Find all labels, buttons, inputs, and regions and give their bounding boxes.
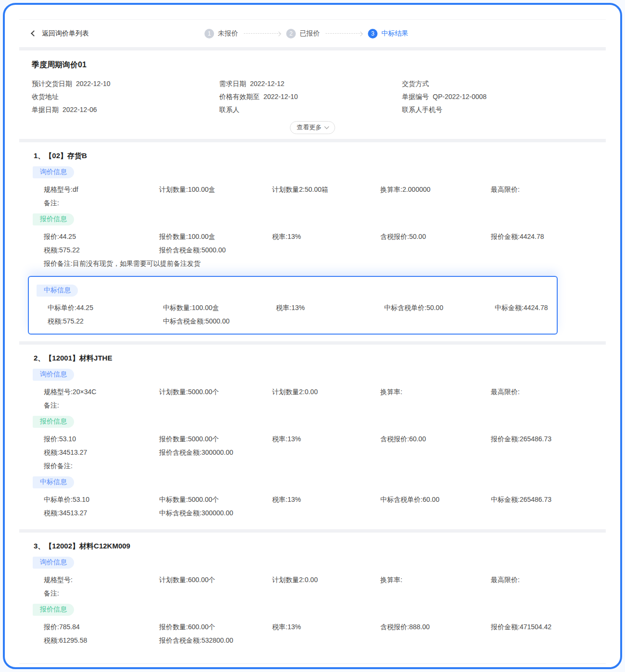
- field: 税额:575.22: [44, 243, 159, 257]
- item-title: 3、【12002】材料C12KM009: [32, 542, 593, 551]
- field: 含税报价:888.00: [380, 620, 491, 634]
- page-footer: 4种6500件 取消报价: [19, 663, 606, 669]
- view-more-button[interactable]: 查看更多: [290, 121, 335, 134]
- back-link[interactable]: 返回询价单列表: [32, 29, 89, 38]
- info-field: 单据编号QP-2022-12-0008: [402, 90, 593, 103]
- field: 中标含税单价:60.00: [380, 493, 491, 506]
- field: 最高限价:: [491, 573, 593, 586]
- field: 税额:575.22: [48, 314, 163, 328]
- section-award: 中标信息中标单价:53.10中标数量:5000.00个税率:13%中标含税单价:…: [32, 476, 593, 520]
- step-3-circle: 3: [368, 29, 377, 38]
- field: 中标单价:53.10: [44, 493, 159, 506]
- item-section: 1、【02】存货B询价信息规格型号:df计划数量:100.00盒计划数量2:50…: [19, 142, 606, 341]
- field: 换算率:2.000000: [380, 183, 491, 196]
- field: 报价金额:4424.78: [491, 230, 593, 243]
- chevron-down-icon: [325, 124, 329, 129]
- section-inquiry: 询价信息规格型号:计划数量:600.00个计划数量2:0.00换算率:最高限价:…: [32, 557, 593, 600]
- field: 计划数量2:0.00: [272, 385, 380, 398]
- item-title: 2、【12001】材料JTHE: [32, 354, 593, 363]
- view-more-label: 查看更多: [297, 123, 322, 132]
- field: 中标数量:5000.00个: [159, 493, 272, 506]
- field: 换算率:: [380, 573, 491, 586]
- order-title: 季度周期询价01: [32, 60, 593, 70]
- field: 含税报价:50.00: [380, 230, 491, 243]
- field: 规格型号:: [44, 573, 159, 586]
- field: 中标含税金额:300000.00: [159, 506, 272, 520]
- field: 备注:: [44, 398, 593, 412]
- field: 报价数量:5000.00个: [159, 432, 272, 446]
- inquiry-badge: 询价信息: [33, 166, 74, 178]
- field: 计划数量:5000.00个: [159, 385, 272, 398]
- field: 规格型号:20×34C: [44, 385, 159, 398]
- page-header: 返回询价单列表 1 未报价 2 已报价 3 中标结果: [19, 19, 606, 47]
- section-inquiry: 询价信息规格型号:20×34C计划数量:5000.00个计划数量2:0.00换算…: [32, 369, 593, 412]
- section-quote: 报价信息报价:53.10报价数量:5000.00个税率:13%含税报价:60.0…: [32, 416, 593, 473]
- step-award-result: 3 中标结果: [368, 29, 408, 38]
- field: 税额:34513.27: [44, 506, 159, 520]
- field: 报价:44.25: [44, 230, 159, 243]
- step-connector: [325, 33, 362, 34]
- field: 报价含税金额:532800.00: [159, 634, 272, 647]
- field: 中标含税金额:5000.00: [163, 314, 276, 328]
- section-inquiry: 询价信息规格型号:df计划数量:100.00盒计划数量2:50.00箱换算率:2…: [32, 166, 593, 210]
- step-2-circle: 2: [286, 29, 296, 38]
- quote-badge: 报价信息: [33, 604, 74, 616]
- field: 报价含税金额:5000.00: [159, 243, 272, 257]
- field: 报价金额:265486.73: [491, 432, 593, 446]
- field: 备注:: [44, 196, 593, 210]
- field: 计划数量:100.00盒: [159, 183, 272, 196]
- field: 税额:61295.58: [44, 634, 159, 647]
- step-quoted: 2 已报价: [286, 29, 320, 38]
- item-section: 3、【12002】材料C12KM009询价信息规格型号:计划数量:600.00个…: [19, 533, 606, 657]
- quote-badge: 报价信息: [33, 416, 74, 428]
- field: 计划数量2:0.00: [272, 573, 380, 586]
- info-field: 收货地址: [32, 90, 219, 103]
- field: 报价备注:目前没有现货，如果需要可以提前备注发货: [44, 257, 593, 270]
- field: 计划数量2:50.00箱: [272, 183, 380, 196]
- section-quote: 报价信息报价:44.25报价数量:100.00盒税率:13%含税报价:50.00…: [32, 213, 593, 270]
- field: 计划数量:600.00个: [159, 573, 272, 586]
- field: 最高限价:: [491, 183, 593, 196]
- field: 税率:13%: [272, 493, 380, 506]
- info-field: 需求日期2022-12-12: [219, 77, 402, 90]
- step-1-label: 未报价: [218, 29, 238, 38]
- field: 报价:785.84: [44, 620, 159, 634]
- field: 中标单价:44.25: [48, 301, 163, 314]
- field: 报价金额:471504.42: [491, 620, 593, 634]
- divider: [19, 341, 606, 345]
- field: 规格型号:df: [44, 183, 159, 196]
- field: 含税报价:60.00: [380, 432, 491, 446]
- step-not-quoted: 1 未报价: [204, 29, 238, 38]
- info-field: 价格有效期至2022-12-10: [219, 90, 402, 103]
- field: 报价数量:600.00个: [159, 620, 272, 634]
- divider: [19, 529, 606, 533]
- step-1-circle: 1: [204, 29, 214, 38]
- field: 税率:13%: [272, 432, 380, 446]
- field: 中标含税单价:50.00: [384, 301, 495, 314]
- field: 报价数量:100.00盒: [159, 230, 272, 243]
- step-2-label: 已报价: [300, 29, 320, 38]
- section-quote: 报价信息报价:785.84报价数量:600.00个税率:13%含税报价:888.…: [32, 604, 593, 647]
- divider: [19, 47, 606, 50]
- chevron-left-icon: [31, 30, 37, 37]
- quote-badge: 报价信息: [33, 213, 74, 225]
- info-field: 联系人: [219, 103, 402, 116]
- stepper: 1 未报价 2 已报价 3 中标结果: [204, 29, 408, 38]
- field: 中标金额:265486.73: [491, 493, 593, 506]
- step-3-label: 中标结果: [381, 29, 408, 38]
- field: 报价:53.10: [44, 432, 159, 446]
- field: 换算率:: [380, 385, 491, 398]
- field: 税额:34513.27: [44, 446, 159, 459]
- info-field: 预计交货日期2022-12-10: [32, 77, 219, 90]
- step-connector: [244, 33, 280, 34]
- field: 中标数量:100.00盒: [163, 301, 276, 314]
- award-badge: 中标信息: [33, 476, 74, 488]
- award-badge: 中标信息: [37, 285, 78, 297]
- info-field: 单据日期2022-12-06: [32, 103, 219, 116]
- back-label: 返回询价单列表: [42, 29, 89, 38]
- item-list: 1、【02】存货B询价信息规格型号:df计划数量:100.00盒计划数量2:50…: [19, 142, 606, 657]
- section-award: 中标信息中标单价:44.25中标数量:100.00盒税率:13%中标含税单价:5…: [28, 276, 558, 335]
- info-field: 交货方式: [402, 77, 593, 90]
- inquiry-badge: 询价信息: [33, 557, 74, 569]
- field: 中标金额:4424.78: [495, 301, 557, 314]
